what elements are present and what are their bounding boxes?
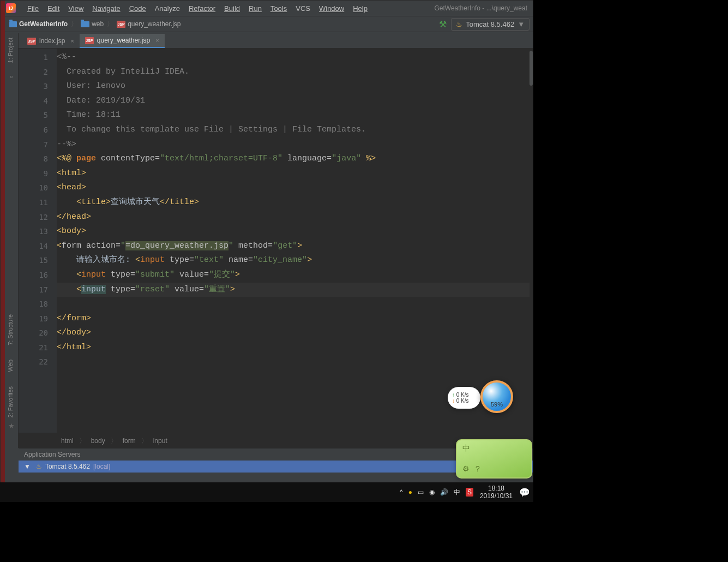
volume-icon[interactable]: 🔊 xyxy=(440,488,448,496)
editor-tabs: JSP index.jsp × JSP query_weather.jsp × xyxy=(19,33,533,49)
code-area[interactable]: <%-- Created by IntelliJ IDEA. User: len… xyxy=(57,49,530,433)
folder-icon xyxy=(81,21,89,27)
breadcrumb-file[interactable]: JSPquery_weather.jsp xyxy=(117,20,181,28)
menu-vcs[interactable]: VCS xyxy=(292,3,314,14)
window-title: GetWeatherInfo - ...\query_weat xyxy=(434,4,533,12)
tool-web[interactable]: Web xyxy=(5,355,16,376)
chevron-down-icon: ▼ xyxy=(24,463,31,470)
folder-icon xyxy=(9,21,17,27)
chevron-right-icon: 〉 xyxy=(111,437,117,446)
menu-file[interactable]: File xyxy=(23,3,43,14)
tool-project[interactable]: 1: Project xyxy=(5,33,16,67)
tomcat-icon: ♨ xyxy=(456,20,462,28)
menu-refactor[interactable]: Refactor xyxy=(185,3,219,14)
scrollbar-thumb[interactable] xyxy=(530,51,533,86)
breadcrumb-web[interactable]: web xyxy=(81,20,104,28)
wifi-icon[interactable]: ◉ xyxy=(429,488,435,496)
menu-analyze[interactable]: Analyze xyxy=(151,3,184,14)
window-left-accent xyxy=(1,1,5,484)
menu-edit[interactable]: Edit xyxy=(44,3,63,14)
notifications-icon[interactable]: 💬 xyxy=(519,487,530,498)
crumb-body[interactable]: body xyxy=(91,437,105,445)
menu-run[interactable]: Run xyxy=(245,3,266,14)
jsp-icon: JSP xyxy=(27,38,36,45)
chevron-right-icon: 〉 xyxy=(79,437,86,446)
editor: JSP index.jsp × JSP query_weather.jsp × … xyxy=(19,33,533,448)
star-icon: ★ xyxy=(5,422,18,430)
menu-view[interactable]: View xyxy=(64,3,87,14)
ime-icon[interactable]: 中 xyxy=(454,488,460,497)
close-icon[interactable]: × xyxy=(70,38,74,44)
title-bar: IJ File Edit View Navigate Code Analyze … xyxy=(1,1,533,16)
taskbar: ^ ● ▭ ◉ 🔊 中 S 18:18 2019/10/31 💬 xyxy=(0,482,533,502)
gear-icon: ⚙ xyxy=(462,464,470,473)
run-config-selector[interactable]: ♨ Tomcat 8.5.462 ▼ xyxy=(451,18,530,31)
tab-query-weather[interactable]: JSP query_weather.jsp × xyxy=(80,34,165,48)
menu-window[interactable]: Window xyxy=(315,3,348,14)
network-speed-widget[interactable]: 0 K/s 0 K/s xyxy=(448,387,480,409)
tray-app-icon[interactable]: ● xyxy=(408,488,412,496)
jsp-icon: JSP xyxy=(117,21,125,28)
clock[interactable]: 18:18 2019/10/31 xyxy=(480,485,513,500)
breadcrumb-project[interactable]: GetWeatherInfo xyxy=(9,20,68,28)
system-monitor-widget[interactable]: 59% xyxy=(480,380,513,413)
tab-label: query_weather.jsp xyxy=(97,37,150,44)
tray-expand-icon[interactable]: ^ xyxy=(400,488,403,496)
upload-speed: 0 K/s xyxy=(452,392,476,398)
date: 2019/10/31 xyxy=(480,492,513,500)
menu-code[interactable]: Code xyxy=(125,3,150,14)
tomcat-icon: ♨ xyxy=(36,463,42,470)
jsp-icon: JSP xyxy=(85,37,94,44)
percent-label: 59% xyxy=(491,401,503,408)
chevron-right-icon: 〉 xyxy=(141,437,148,446)
server-name: Tomcat 8.5.462 xyxy=(45,463,90,470)
help-icon: ? xyxy=(476,464,480,473)
menu-build[interactable]: Build xyxy=(220,3,244,14)
chevron-right-icon: 〉 xyxy=(71,20,77,29)
left-tool-strip: 1: Project ▫ 7: Structure Web 2: Favorit… xyxy=(5,33,19,448)
tab-index[interactable]: JSP index.jsp × xyxy=(22,34,80,48)
chevron-right-icon: 〉 xyxy=(107,20,113,29)
tool-structure[interactable]: 7: Structure xyxy=(5,310,16,350)
tool-favorites[interactable]: 2: Favorites xyxy=(5,382,16,422)
crumb-form[interactable]: form xyxy=(123,437,136,445)
battery-icon[interactable]: ▭ xyxy=(418,488,424,496)
close-icon[interactable]: × xyxy=(155,37,159,44)
breadcrumb: GetWeatherInfo 〉 web 〉 JSPquery_weather.… xyxy=(9,20,181,29)
ide-window: IJ File Edit View Navigate Code Analyze … xyxy=(0,0,533,483)
navigation-bar: GetWeatherInfo 〉 web 〉 JSPquery_weather.… xyxy=(1,16,533,32)
menu-bar: File Edit View Navigate Code Analyze Ref… xyxy=(23,3,371,14)
line-gutter[interactable]: 12345678910111213141516171819202122 xyxy=(19,49,57,433)
build-icon[interactable]: ⚒ xyxy=(439,19,447,29)
folder-icon[interactable]: ▫ xyxy=(5,73,18,81)
menu-help[interactable]: Help xyxy=(349,3,371,14)
crumb-input[interactable]: input xyxy=(153,437,167,445)
ime-widget[interactable]: 中 ⚙ ? xyxy=(456,439,532,479)
server-scope: [local] xyxy=(93,463,110,470)
cn-icon: 中 xyxy=(462,444,470,453)
menu-navigate[interactable]: Navigate xyxy=(88,3,124,14)
time: 18:18 xyxy=(480,485,513,492)
app-icon: IJ xyxy=(6,3,16,13)
chevron-down-icon: ▼ xyxy=(518,20,525,28)
menu-tools[interactable]: Tools xyxy=(267,3,291,14)
sogou-icon[interactable]: S xyxy=(466,488,473,497)
tab-label: index.jsp xyxy=(39,37,65,45)
system-tray: ^ ● ▭ ◉ 🔊 中 S xyxy=(400,488,473,497)
download-speed: 0 K/s xyxy=(452,398,476,404)
crumb-html[interactable]: html xyxy=(61,437,74,445)
run-config-label: Tomcat 8.5.462 xyxy=(466,20,514,28)
